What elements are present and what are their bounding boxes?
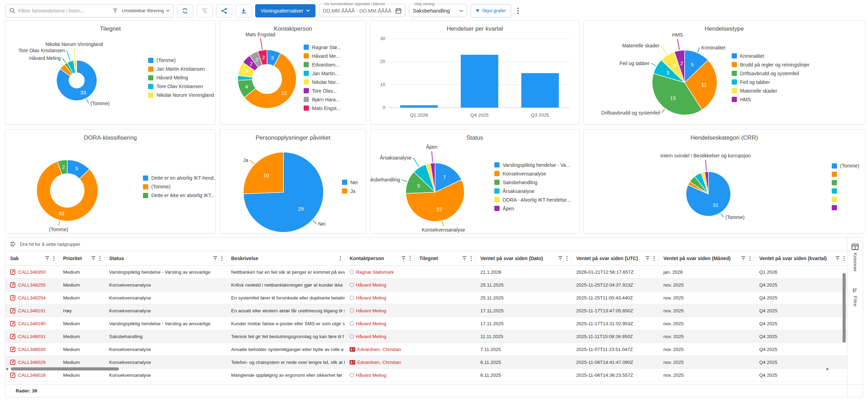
select-arrow-icon[interactable]: [459, 9, 463, 12]
column-menu-kebab[interactable]: [52, 255, 56, 262]
column-header[interactable]: Ventet på svar siden (Dato): [475, 251, 571, 265]
case-link[interactable]: CALL348254: [10, 295, 56, 300]
bar[interactable]: [400, 105, 438, 108]
legend-item[interactable]: Håvard Meling: [148, 75, 214, 80]
legend-item[interactable]: (Tomme): [143, 184, 213, 189]
legend-item[interactable]: Tore Olav Kristiansen: [148, 84, 214, 89]
column-menu-kebab[interactable]: [469, 255, 473, 262]
legend-item[interactable]: Driftsavbrudd og systemfeil: [732, 71, 847, 76]
legend-item[interactable]: Nei: [342, 180, 363, 185]
legend-item[interactable]: [832, 172, 863, 177]
contact-link[interactable]: Håvard Meling: [350, 308, 412, 313]
column-header[interactable]: Ventet på svar siden (Måned): [658, 251, 754, 265]
column-header[interactable]: Ventet på svar siden (kvartal): [754, 251, 847, 265]
contact-link[interactable]: Edvardsen, Christian: [350, 360, 412, 365]
legend-item[interactable]: Nikolai Nor...: [304, 79, 356, 85]
column-filter-icon[interactable]: [213, 256, 217, 260]
legend-item[interactable]: Årsaksanalyse: [494, 188, 578, 194]
table-row[interactable]: CALL348190MediumVarslingspliktig hendels…: [5, 317, 847, 330]
tab-kolonner[interactable]: Kolonner: [852, 244, 859, 272]
column-menu-kebab[interactable]: [565, 255, 569, 262]
download-button[interactable]: [236, 4, 252, 17]
case-link[interactable]: CALL348028: [10, 373, 56, 378]
column-menu-kebab[interactable]: [338, 255, 343, 262]
contact-link[interactable]: Edvardsen, Christian: [350, 347, 412, 352]
date-range-input[interactable]: [323, 8, 395, 14]
column-menu-kebab[interactable]: [652, 255, 656, 262]
horizontal-scrollbar[interactable]: [6, 367, 826, 371]
legend-item[interactable]: DORA - Alvorlig IKT-hendelse...: [494, 197, 578, 203]
legend-item[interactable]: [832, 197, 863, 202]
legend-item[interactable]: [832, 188, 863, 194]
legend-item[interactable]: Nikolai Norum Vinningland: [148, 92, 214, 98]
table-row[interactable]: CALL348350MediumVarslingspliktig hendels…: [5, 266, 847, 279]
legend-item[interactable]: [832, 180, 863, 185]
legend-item[interactable]: Ragnar Stø...: [304, 45, 356, 50]
hide-charts-button[interactable]: Skjul grafer: [471, 4, 511, 17]
bar[interactable]: [521, 73, 559, 108]
scroll-left-arrow-icon[interactable]: [6, 368, 8, 370]
calendar-icon[interactable]: [395, 8, 402, 14]
legend-item[interactable]: Dette er en alvorlig IKT-hend...: [143, 175, 213, 181]
legend-item[interactable]: Ja: [342, 188, 363, 194]
contact-link[interactable]: Håvard Meling: [350, 334, 412, 339]
column-header[interactable]: Beskrivelse: [226, 251, 345, 265]
legend-item[interactable]: Konsekvensanalyse: [494, 171, 578, 177]
legend-item[interactable]: Jan Martin...: [304, 71, 356, 76]
case-link[interactable]: CALL348030: [10, 347, 56, 352]
legend-item[interactable]: Åpen: [494, 206, 578, 211]
case-link[interactable]: CALL348255: [10, 282, 56, 288]
tab-filtre[interactable]: Filtre: [852, 288, 858, 306]
vertical-scrollbar[interactable]: [842, 267, 846, 383]
legend-item[interactable]: Feil og tabber: [732, 79, 847, 85]
legend-item[interactable]: [832, 205, 863, 210]
view-select[interactable]: Saksbehandling: [413, 8, 450, 14]
search-input[interactable]: Filtrer henvendelsene i listen... Umidde…: [6, 4, 174, 17]
column-filter-icon[interactable]: [91, 256, 95, 260]
contact-link[interactable]: Håvard Meling: [350, 282, 412, 288]
column-menu-kebab[interactable]: [220, 255, 224, 262]
column-header[interactable]: Ventet på svar siden (UTC): [571, 251, 658, 265]
column-menu-kebab[interactable]: [408, 255, 412, 262]
view-options-button[interactable]: Visningsalternativer: [255, 4, 315, 17]
legend-item[interactable]: Tore Olav...: [304, 88, 356, 94]
column-filter-icon[interactable]: [646, 256, 649, 260]
legend-item[interactable]: HMS: [732, 97, 847, 102]
table-row[interactable]: CALL348254MediumKonsekvensanalyseEn syst…: [5, 291, 847, 304]
scroll-right-arrow-icon[interactable]: [827, 368, 829, 370]
case-link[interactable]: CALL348350: [10, 270, 56, 275]
contact-link[interactable]: Håvard Meling: [350, 295, 412, 300]
legend-item[interactable]: Saksbehandling: [494, 180, 578, 185]
contact-link[interactable]: Ragnar Stølsmark: [350, 270, 412, 275]
legend-item[interactable]: Håvard Me...: [304, 53, 356, 59]
table-row[interactable]: CALL348255MediumKonsekvensanalyseKritisk…: [5, 279, 847, 291]
column-header[interactable]: Status: [104, 251, 226, 265]
row-group-dropzone[interactable]: Dra hit for å sette radgrupper: [5, 237, 863, 251]
toolbar-menu-kebab[interactable]: [515, 6, 521, 16]
horizontal-scroll-thumb[interactable]: [11, 367, 119, 370]
column-filter-icon[interactable]: [741, 256, 745, 260]
contact-link[interactable]: Håvard Meling: [350, 373, 412, 378]
column-filter-icon[interactable]: [45, 256, 49, 260]
legend-item[interactable]: Jan Martin Kristiansen: [148, 66, 214, 72]
bar[interactable]: [461, 55, 498, 108]
contact-link[interactable]: Håvard Meling: [350, 321, 412, 326]
case-link[interactable]: CALL348190: [10, 321, 56, 326]
column-header[interactable]: Sak: [5, 251, 58, 265]
legend-item[interactable]: Kriminalitet: [732, 53, 847, 59]
column-menu-kebab[interactable]: [842, 255, 846, 262]
column-filter-icon[interactable]: [402, 256, 405, 260]
legend-item[interactable]: Edvardsen...: [304, 62, 356, 68]
vertical-scroll-thumb[interactable]: [843, 273, 846, 343]
legend-item[interactable]: Varslingspliktig hendelse - Va...: [494, 162, 578, 168]
column-menu-kebab[interactable]: [748, 255, 752, 262]
column-filter-icon[interactable]: [836, 256, 839, 260]
legend-item[interactable]: Brudd på regler og retningslinjer: [732, 62, 847, 68]
case-link[interactable]: CALL348031: [10, 334, 56, 339]
legend-item[interactable]: Dette er ikke en alvorlig IKT...: [143, 193, 213, 198]
column-filter-icon[interactable]: [463, 256, 466, 260]
column-menu-kebab[interactable]: [98, 255, 102, 262]
case-link[interactable]: CALL348191: [10, 308, 56, 313]
table-row[interactable]: CALL348191HøyKonsekvensanalyseEn ansatt …: [5, 304, 847, 317]
legend-item[interactable]: Materielle skader: [732, 88, 847, 94]
